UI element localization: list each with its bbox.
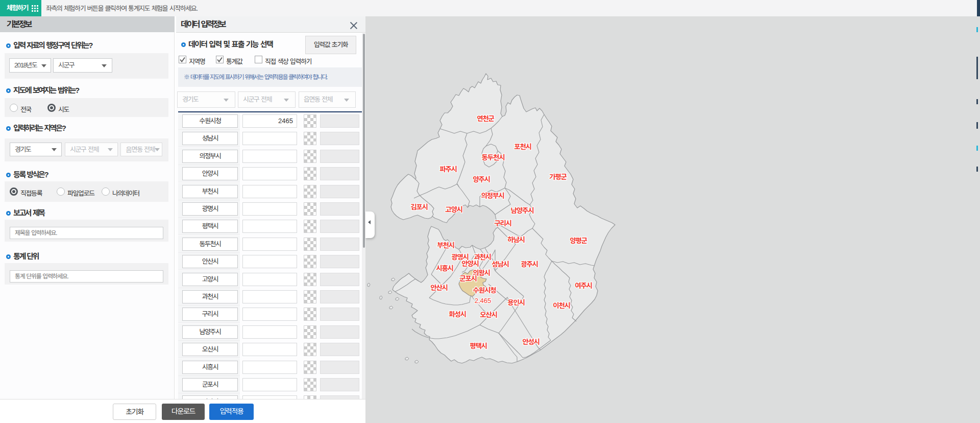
svg-text:김포시: 김포시 — [410, 203, 428, 211]
svg-text:성남시: 성남시 — [492, 261, 509, 268]
svg-text:포천시: 포천시 — [514, 143, 531, 151]
svg-text:남양주시: 남양주시 — [511, 207, 534, 215]
svg-text:하남시: 하남시 — [507, 236, 525, 244]
svg-text:동두천시: 동두천시 — [482, 154, 505, 161]
svg-text:고양시: 고양시 — [445, 206, 462, 214]
svg-text:양주시: 양주시 — [473, 176, 490, 183]
svg-text:안산시: 안산시 — [430, 284, 448, 292]
svg-text:수원시청: 수원시청 — [473, 287, 497, 294]
svg-text:2,465: 2,465 — [475, 297, 492, 304]
svg-text:화성시: 화성시 — [449, 311, 466, 318]
svg-text:양평군: 양평군 — [570, 237, 587, 245]
svg-text:시흥시: 시흥시 — [436, 265, 453, 272]
svg-text:용인시: 용인시 — [507, 299, 525, 307]
svg-text:오산시: 오산시 — [480, 311, 497, 319]
svg-text:이천시: 이천시 — [553, 302, 570, 310]
svg-text:평택시: 평택시 — [470, 342, 487, 350]
svg-text:의정부시: 의정부시 — [481, 192, 504, 200]
svg-text:안성시: 안성시 — [522, 338, 540, 346]
svg-text:구리시: 구리시 — [494, 220, 511, 227]
svg-text:안양시: 안양시 — [461, 260, 479, 268]
svg-text:연천군: 연천군 — [477, 115, 494, 123]
svg-text:부천시: 부천시 — [437, 242, 454, 249]
svg-text:여주시: 여주시 — [575, 282, 592, 290]
svg-text:군포시: 군포시 — [459, 275, 477, 283]
svg-text:광주시: 광주시 — [521, 261, 538, 268]
svg-text:파주시: 파주시 — [439, 166, 457, 173]
svg-text:가평군: 가평군 — [549, 173, 567, 181]
